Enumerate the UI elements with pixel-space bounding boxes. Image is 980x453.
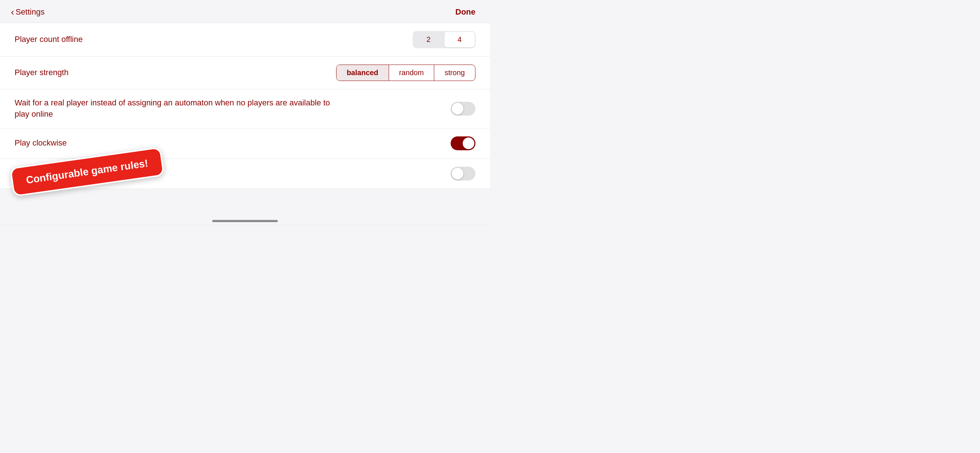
back-label: Settings: [16, 7, 45, 17]
player-count-option-4[interactable]: 4: [444, 32, 475, 48]
wait-real-player-track: [450, 102, 476, 116]
player-count-control: 2 4: [413, 31, 476, 48]
player-count-row: Player count offline 2 4: [0, 23, 490, 57]
play-clockwise-label: Play clockwise: [14, 137, 67, 149]
strength-random[interactable]: random: [389, 65, 434, 81]
play-clockwise-track: [450, 136, 476, 150]
back-chevron-icon: ‹: [11, 7, 14, 17]
strength-balanced[interactable]: balanced: [337, 65, 389, 81]
urges-inactive-toggle[interactable]: [450, 167, 476, 180]
player-count-option-2[interactable]: 2: [414, 32, 444, 48]
wait-real-player-toggle[interactable]: [450, 102, 476, 116]
urges-inactive-track: [450, 167, 476, 180]
player-strength-label: Player strength: [14, 67, 68, 78]
player-strength-row: Player strength balanced random strong: [0, 57, 490, 89]
play-clockwise-thumb: [463, 137, 474, 149]
wait-real-player-row: Wait for a real player instead of assign…: [0, 89, 490, 128]
header: ‹ Settings Done: [0, 0, 490, 23]
player-count-label: Player count offline: [14, 34, 83, 45]
play-clockwise-row: Play clockwise: [0, 128, 490, 159]
strength-strong[interactable]: strong: [434, 65, 475, 81]
wait-real-player-thumb: [452, 103, 463, 115]
player-strength-control: balanced random strong: [336, 65, 476, 81]
back-button[interactable]: ‹ Settings: [11, 7, 45, 17]
done-button[interactable]: Done: [455, 7, 476, 17]
wait-real-player-label: Wait for a real player instead of assign…: [14, 97, 343, 120]
play-clockwise-toggle[interactable]: [450, 136, 476, 150]
urges-inactive-thumb: [452, 168, 463, 179]
home-indicator: [212, 220, 278, 222]
